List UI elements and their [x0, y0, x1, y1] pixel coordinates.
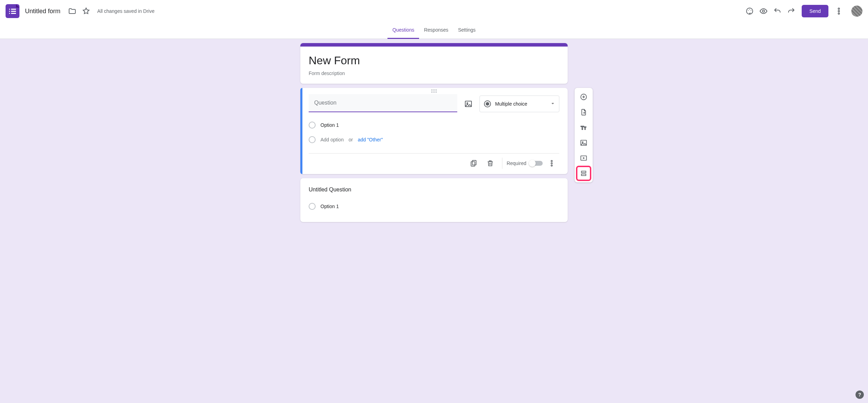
option-row[interactable]: Option 1 [309, 118, 559, 132]
svg-rect-21 [582, 171, 586, 173]
customize-theme-icon[interactable] [743, 4, 757, 18]
star-icon[interactable] [79, 4, 93, 18]
move-to-folder-icon[interactable] [65, 4, 79, 18]
question-toolbar: TT [575, 88, 593, 182]
undo-icon[interactable] [770, 4, 784, 18]
add-title-description-icon[interactable]: TT [577, 121, 591, 134]
required-label: Required [507, 161, 526, 166]
save-status: All changes saved in Drive [97, 8, 155, 14]
question-type-label: Multiple choice [495, 101, 527, 107]
svg-point-13 [551, 163, 552, 164]
option-label[interactable]: Option 1 [320, 122, 339, 128]
radio-outline-icon [309, 203, 316, 210]
svg-text:T: T [581, 125, 584, 131]
form-title-input[interactable]: New Form [309, 54, 559, 67]
add-option-button[interactable]: Add option [320, 137, 344, 142]
tab-responses[interactable]: Responses [419, 22, 453, 39]
question-title-input[interactable] [309, 94, 457, 112]
account-avatar[interactable] [851, 6, 862, 17]
svg-point-5 [838, 8, 840, 9]
form-description-input[interactable]: Form description [309, 71, 559, 76]
svg-point-6 [838, 10, 840, 12]
chevron-down-icon [551, 101, 555, 107]
svg-rect-10 [473, 160, 476, 165]
tab-questions[interactable]: Questions [387, 22, 419, 39]
redo-icon[interactable] [784, 4, 798, 18]
add-image-icon[interactable] [577, 136, 591, 150]
question-title[interactable]: Untitled Question [309, 187, 559, 193]
svg-rect-11 [471, 162, 475, 166]
radio-icon [484, 100, 491, 107]
delete-question-icon[interactable] [483, 156, 498, 171]
tab-settings[interactable]: Settings [453, 22, 481, 39]
svg-point-12 [551, 160, 552, 162]
add-other-button[interactable]: add "Other" [358, 137, 383, 142]
svg-text:T: T [584, 126, 586, 130]
editor-tabs: Questions Responses Settings [0, 22, 868, 39]
more-menu-icon[interactable] [832, 4, 846, 18]
question-type-selector[interactable]: Multiple choice [479, 96, 559, 112]
or-text: or [349, 137, 353, 142]
question-card[interactable]: Untitled Question Option 1 [300, 178, 568, 222]
send-button[interactable]: Send [802, 5, 828, 17]
option-label[interactable]: Option 1 [320, 204, 339, 209]
svg-point-1 [748, 10, 749, 11]
app-header: Untitled form All changes saved in Drive… [0, 0, 868, 22]
add-video-icon[interactable] [577, 151, 591, 165]
required-toggle[interactable] [530, 161, 543, 166]
document-title[interactable]: Untitled form [25, 8, 60, 15]
svg-point-4 [762, 10, 765, 12]
form-title-card[interactable]: New Form Form description [300, 43, 568, 84]
svg-point-7 [838, 13, 840, 14]
add-section-icon[interactable] [577, 166, 591, 180]
question-more-menu-icon[interactable] [544, 156, 559, 171]
add-question-button-icon[interactable] [577, 90, 591, 104]
help-icon[interactable]: ? [856, 390, 864, 399]
divider [502, 158, 502, 169]
svg-point-14 [551, 165, 552, 166]
preview-icon[interactable] [757, 4, 770, 18]
drag-handle-icon[interactable] [300, 88, 568, 94]
question-card-active[interactable]: Multiple choice Option 1 Add option or a… [300, 88, 568, 174]
svg-point-9 [467, 103, 468, 104]
forms-logo-icon[interactable] [6, 4, 19, 18]
form-canvas: New Form Form description Multiple choic… [0, 39, 868, 403]
add-option-row: Add option or add "Other" [309, 132, 559, 147]
radio-outline-icon [309, 122, 316, 129]
radio-outline-icon [309, 136, 316, 143]
svg-rect-22 [582, 174, 586, 176]
duplicate-question-icon[interactable] [466, 156, 481, 171]
svg-point-3 [751, 10, 751, 11]
add-image-to-question-icon[interactable] [462, 98, 475, 110]
import-questions-icon[interactable] [577, 105, 591, 119]
svg-point-2 [749, 9, 750, 10]
option-row[interactable]: Option 1 [309, 199, 559, 214]
svg-point-19 [582, 142, 583, 143]
